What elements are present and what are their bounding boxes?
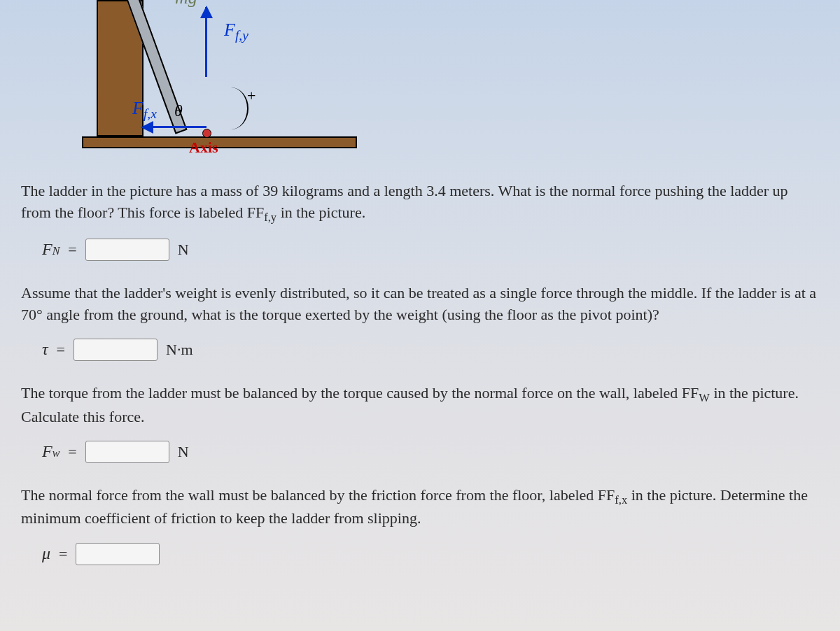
tau-unit: N·m bbox=[166, 339, 193, 361]
mu-input[interactable] bbox=[76, 543, 160, 565]
input-row-mu: μ = bbox=[42, 542, 819, 566]
fn-unit: N bbox=[178, 239, 189, 261]
tau-input[interactable] bbox=[74, 339, 158, 361]
diagram-floor bbox=[82, 136, 357, 148]
question-1-text: The ladder in the picture has a mass of … bbox=[21, 180, 819, 225]
label-theta: θ bbox=[174, 99, 183, 123]
equals-sign: = bbox=[68, 441, 76, 463]
fw-symbol: Fw bbox=[42, 440, 59, 464]
question-3-text: The torque from the ladder must be balan… bbox=[21, 383, 819, 427]
ladder-diagram: mg Ff,y Ff,x θ Axis + bbox=[49, 0, 329, 161]
mu-symbol: μ bbox=[42, 542, 50, 566]
force-ffx-arrow bbox=[144, 126, 206, 128]
tau-symbol: τ bbox=[42, 338, 48, 362]
question-4-text: The normal force from the wall must be b… bbox=[21, 485, 819, 530]
label-mg: mg bbox=[175, 0, 197, 10]
input-row-tau: τ = N·m bbox=[42, 338, 819, 362]
force-ffy-arrow bbox=[205, 7, 207, 77]
fn-input[interactable] bbox=[85, 239, 169, 261]
label-axis: Axis bbox=[189, 137, 218, 159]
label-plus: + bbox=[247, 85, 255, 107]
rotation-arc bbox=[214, 87, 248, 129]
input-row-fn: FN = N bbox=[42, 238, 819, 262]
equals-sign: = bbox=[68, 239, 76, 261]
label-ffx: Ff,x bbox=[132, 96, 157, 123]
fw-unit: N bbox=[178, 441, 189, 463]
question-2-text: Assume that the ladder's weight is evenl… bbox=[21, 283, 819, 326]
equals-sign: = bbox=[57, 339, 65, 361]
input-row-fw: Fw = N bbox=[42, 440, 819, 464]
equals-sign: = bbox=[59, 544, 67, 565]
fw-input[interactable] bbox=[85, 441, 169, 463]
label-ffy: Ff,y bbox=[224, 17, 248, 45]
fn-symbol: FN bbox=[42, 238, 59, 262]
